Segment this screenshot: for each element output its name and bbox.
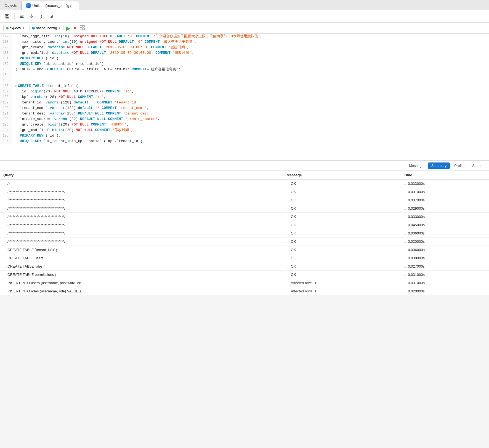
ellipsis-icon: … — [404, 223, 407, 227]
ellipsis-icon: … — [3, 290, 6, 293]
code-line-195: 195 PRIMARY KEY (`id`), — [0, 133, 489, 138]
chart-button[interactable] — [48, 12, 55, 20]
ellipsis-icon: … — [3, 215, 6, 218]
format-button[interactable] — [18, 12, 26, 20]
table-row: …CREATE TABLE users (…OK…0.030000s — [0, 254, 489, 262]
cell-time: …0.036000s — [400, 229, 489, 238]
database-selector[interactable]: nacos_config ▼ — [30, 25, 63, 31]
ellipsis-icon: … — [287, 265, 290, 268]
tab-editor[interactable]: Untitled@nacos_config (... — [22, 1, 79, 10]
tab-profile[interactable]: Profile — [451, 162, 468, 169]
cell-time: …0.030000s — [400, 238, 489, 246]
cell-query: …/* — [0, 180, 283, 188]
ellipsis-icon: … — [404, 190, 407, 194]
col-query: Query — [0, 171, 283, 180]
table-row: …/**************************************… — [0, 188, 489, 196]
ellipsis-icon: … — [404, 265, 407, 268]
ellipsis-icon: … — [3, 248, 6, 252]
svg-rect-2 — [6, 17, 9, 18]
cell-time: …0.020000s — [400, 287, 489, 295]
code-line-194: 194 `gmt_modified` bigint(20) NOT NULL C… — [0, 127, 489, 133]
ellipsis-icon: … — [404, 273, 407, 276]
stop-button[interactable]: ■ — [73, 25, 77, 31]
tab-editor-label: Untitled@nacos_config (... — [32, 4, 75, 8]
database-name: nacos_config — [36, 26, 57, 30]
table-row: …/**************************************… — [0, 238, 489, 246]
cell-time: …0.030000s — [400, 254, 489, 262]
connection-name: cxj-dev — [10, 26, 21, 30]
sql-editor[interactable]: 177 `max_aggr_size` int(10) unsigned NOT… — [0, 34, 489, 161]
cell-message: …OK — [283, 271, 400, 279]
ellipsis-icon: … — [404, 281, 407, 285]
tab-objects[interactable]: Objects — [0, 1, 22, 10]
ellipsis-icon: … — [404, 240, 407, 243]
cell-time: …0.033000s — [400, 180, 489, 188]
ellipsis-icon: … — [404, 207, 407, 210]
code-line-180: 180 `gmt_modified` datetime NOT NULL DEF… — [0, 50, 489, 56]
cell-query: …/**************************************… — [0, 188, 283, 196]
ellipsis-icon: … — [287, 281, 290, 285]
ellipsis-icon: … — [3, 182, 6, 185]
connection-chevron: ▼ — [22, 26, 25, 30]
tab-message[interactable]: Message — [406, 162, 427, 169]
svg-rect-13 — [83, 28, 84, 30]
code-line-179: 179 `gmt_create` datetime NOT NULL DEFAU… — [0, 45, 489, 50]
cell-time: …0.031000s — [400, 188, 489, 196]
table-row: …/**************************************… — [0, 221, 489, 229]
ellipsis-icon: … — [287, 182, 290, 185]
tab-summary[interactable]: Summary — [428, 162, 450, 169]
ellipsis-icon: … — [287, 215, 290, 218]
tab-objects-label: Objects — [5, 3, 17, 7]
svg-rect-10 — [80, 25, 82, 27]
code-line-186: 186 ⊟CREATE TABLE `tenant_info` ( — [0, 83, 489, 89]
ellipsis-icon: … — [404, 232, 407, 235]
table-row: …INSERT INTO roles (username, role) VALU… — [0, 287, 489, 295]
cell-message: …OK — [283, 188, 400, 196]
ellipsis-icon: … — [287, 257, 290, 260]
ellipsis-icon: … — [3, 190, 6, 194]
table-row: …/*…OK…0.033000s — [0, 180, 489, 188]
code-line-193: 193 `gmt_create` bigint(20) NOT NULL COM… — [0, 122, 489, 127]
cell-time: …0.037000s — [400, 196, 489, 204]
code-line-181: 181 PRIMARY KEY (`id`), — [0, 56, 489, 61]
explain-button[interactable] — [79, 24, 86, 32]
cell-message: …OK — [283, 246, 400, 254]
cell-message: …OK — [283, 213, 400, 221]
code-line-182: 182 UNIQUE KEY `uk_tenant_id` (`tenant_i… — [0, 61, 489, 67]
cell-query: …INSERT INTO roles (username, role) VALU… — [0, 287, 283, 295]
ellipsis-icon: … — [287, 273, 290, 276]
save-button[interactable] — [3, 12, 11, 20]
code-line-191: 191 `tenant_desc` varchar(256) DEFAULT N… — [0, 111, 489, 116]
ellipsis-icon: … — [287, 248, 290, 252]
cell-message: …Affected rows: 1 — [283, 279, 400, 287]
table-row: …/**************************************… — [0, 213, 489, 221]
cell-message: …OK — [283, 221, 400, 229]
paren-button[interactable]: () — [38, 12, 46, 20]
col-time: Time — [400, 171, 489, 180]
connection-selector[interactable]: cxj-dev ▼ — [3, 25, 27, 31]
cell-query: …/**************************************… — [0, 229, 283, 238]
code-line-183: 183 ) ENGINE=InnoDB DEFAULT CHARSET=utf8… — [0, 67, 489, 72]
magic-button[interactable] — [28, 12, 36, 20]
cell-query: …/**************************************… — [0, 213, 283, 221]
run-button[interactable]: ▶ — [66, 24, 71, 32]
ellipsis-icon: … — [404, 182, 407, 185]
cell-query: …/**************************************… — [0, 204, 283, 213]
results-table: Query Message Time …/*…OK…0.033000s…/***… — [0, 171, 489, 295]
ellipsis-icon: … — [404, 290, 407, 293]
table-row: …CREATE TABLE roles (…OK…0.027000s — [0, 262, 489, 271]
svg-text:(): () — [39, 14, 42, 18]
ellipsis-icon: … — [404, 257, 407, 260]
svg-rect-5 — [20, 17, 23, 18]
ellipsis-icon: … — [287, 240, 290, 243]
ellipsis-icon: … — [404, 248, 407, 252]
svg-rect-8 — [51, 16, 52, 18]
toolbar: () — [0, 10, 489, 23]
ellipsis-icon: … — [3, 199, 6, 202]
svg-rect-9 — [52, 15, 53, 18]
ellipsis-icon: … — [3, 207, 6, 210]
cell-query: …CREATE TABLE `tenant_info` ( — [0, 246, 283, 254]
tab-status[interactable]: Status — [469, 162, 486, 169]
cell-query: …INSERT INTO users (username, password, … — [0, 279, 283, 287]
cell-time: …0.036000s — [400, 246, 489, 254]
